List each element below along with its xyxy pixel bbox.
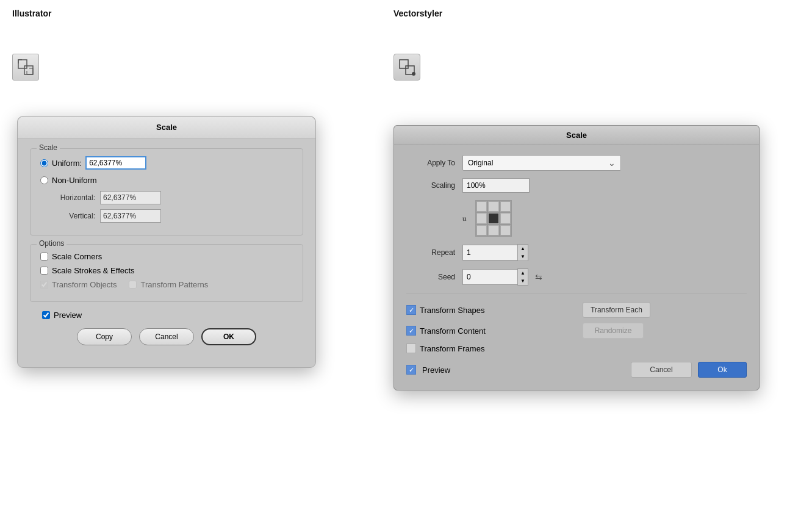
anchor-cell-4[interactable] <box>488 213 498 223</box>
scale-corners-label: Scale Corners <box>52 252 102 261</box>
transform-patterns-checkbox <box>129 281 137 289</box>
seed-label: Seed <box>406 273 455 281</box>
anchor-grid-container: 𝐮 <box>462 200 747 237</box>
cancel-button[interactable]: Cancel <box>139 328 194 345</box>
vs-checkbox-section: ✓ Transform Shapes Transform Each ✓ Tran… <box>406 302 747 353</box>
preview-label: Preview <box>54 311 82 320</box>
scale-strokes-checkbox[interactable] <box>40 267 48 275</box>
transform-frames-row: Transform Frames <box>406 343 570 353</box>
seed-input[interactable] <box>462 269 517 285</box>
seed-spin-up[interactable]: ▲ <box>518 269 528 277</box>
vectorstyler-section: Vectorstyler Scale Apply To Original ⌄ S <box>394 0 787 532</box>
scale-section-label: Scale <box>37 143 60 152</box>
vs-scale-dialog: Scale Apply To Original ⌄ Scaling 𝐮 <box>394 125 760 390</box>
dropdown-chevron-icon: ⌄ <box>608 158 616 168</box>
illustrator-scale-dialog: Scale Scale Uniform: Non-Uniform Horizon… <box>17 116 316 368</box>
anchor-cell-1[interactable] <box>488 201 498 212</box>
non-uniform-radio[interactable] <box>40 176 48 184</box>
non-uniform-radio-row: Non-Uniform <box>40 176 293 185</box>
illustrator-button-row: Copy Cancel OK <box>30 328 303 345</box>
transform-patterns-row: Transform Patterns <box>129 280 208 289</box>
transform-content-checkbox[interactable]: ✓ <box>406 326 416 336</box>
options-section-label: Options <box>37 239 66 248</box>
transform-objects-checkbox <box>40 281 48 289</box>
options-section: Options Scale Corners Scale Strokes & Ef… <box>30 244 303 302</box>
scale-strokes-label: Scale Strokes & Effects <box>52 266 135 275</box>
vs-preview-label: Preview <box>422 365 450 375</box>
horizontal-input[interactable] <box>100 191 161 204</box>
vertical-field-row: Vertical: <box>46 209 293 223</box>
non-uniform-label: Non-Uniform <box>52 176 97 185</box>
svg-rect-2 <box>400 60 408 68</box>
repeat-row: Repeat ▲ ▼ <box>406 244 747 261</box>
scaling-label: Scaling <box>406 181 455 190</box>
uniform-radio-row: Uniform: <box>40 156 293 170</box>
transform-objects-label: Transform Objects <box>52 280 117 289</box>
anchor-cell-2[interactable] <box>500 201 511 212</box>
repeat-spin-up[interactable]: ▲ <box>518 245 528 253</box>
seed-spin-buttons: ▲ ▼ <box>517 268 528 286</box>
transform-content-row: ✓ Transform Content <box>406 323 570 339</box>
repeat-label: Repeat <box>406 248 455 257</box>
apply-to-value: Original <box>468 159 493 167</box>
divider <box>406 293 747 293</box>
uniform-input[interactable] <box>85 156 146 170</box>
seed-row: Seed ▲ ▼ ⇆ <box>406 268 747 286</box>
randomize-row: Randomize <box>583 323 747 339</box>
horizontal-field-row: Horizontal: <box>46 191 293 204</box>
vs-preview-checkbox[interactable]: ✓ <box>406 365 416 375</box>
transform-objects-row: Transform Objects <box>40 280 117 289</box>
preview-row: Preview <box>42 311 291 320</box>
transform-each-row: Transform Each <box>583 302 747 318</box>
transform-patterns-label: Transform Patterns <box>140 280 208 289</box>
seed-spinbox: ▲ ▼ <box>462 268 528 286</box>
vectorstyler-label: Vectorstyler <box>394 9 442 18</box>
illustrator-label: Illustrator <box>12 9 52 18</box>
anchor-cell-7[interactable] <box>488 225 498 235</box>
repeat-spin-down[interactable]: ▼ <box>518 253 528 261</box>
transform-shapes-checkbox[interactable]: ✓ <box>406 305 416 315</box>
apply-to-label: Apply To <box>406 159 455 167</box>
shuffle-button[interactable]: ⇆ <box>532 270 545 284</box>
repeat-spin-buttons: ▲ ▼ <box>517 244 528 261</box>
vertical-input[interactable] <box>100 209 161 223</box>
repeat-input[interactable] <box>462 245 517 261</box>
transform-each-button[interactable]: Transform Each <box>583 302 650 318</box>
transform-tool-icon-right[interactable] <box>394 54 420 81</box>
vs-bottom-row: ✓ Preview Cancel Ok <box>406 362 747 378</box>
anchor-cell-0[interactable] <box>476 201 487 212</box>
scaling-row: Scaling <box>406 178 747 193</box>
ok-button[interactable]: OK <box>201 328 256 345</box>
anchor-cell-6[interactable] <box>476 225 487 235</box>
copy-button[interactable]: Copy <box>77 328 132 345</box>
randomize-button: Randomize <box>583 323 644 339</box>
scale-corners-row: Scale Corners <box>40 252 293 261</box>
transform-checks-row: Transform Objects Transform Patterns <box>40 280 293 294</box>
scale-section: Scale Uniform: Non-Uniform Horizontal: V… <box>30 148 303 235</box>
seed-spin-down[interactable]: ▼ <box>518 277 528 285</box>
transform-shapes-row: ✓ Transform Shapes <box>406 302 570 318</box>
illustrator-dialog-title: Scale <box>18 117 315 138</box>
transform-shapes-label: Transform Shapes <box>420 306 484 315</box>
vs-cancel-button[interactable]: Cancel <box>631 362 692 378</box>
scaling-input[interactable] <box>462 178 530 193</box>
svg-rect-1 <box>24 66 33 74</box>
vs-dialog-title: Scale <box>394 126 759 145</box>
vertical-label: Vertical: <box>46 212 95 220</box>
link-icon: 𝐮 <box>462 214 467 223</box>
illustrator-section: Illustrator Scale Scale Uniform: <box>0 0 354 532</box>
apply-to-dropdown[interactable]: Original ⌄ <box>462 155 621 171</box>
transform-frames-checkbox[interactable] <box>406 343 416 353</box>
transform-content-label: Transform Content <box>420 326 486 336</box>
anchor-cell-5[interactable] <box>500 213 511 223</box>
scale-corners-checkbox[interactable] <box>40 253 48 261</box>
anchor-cell-8[interactable] <box>500 225 511 235</box>
svg-rect-0 <box>18 60 27 68</box>
vs-ok-button[interactable]: Ok <box>698 362 747 378</box>
preview-checkbox[interactable] <box>42 311 50 319</box>
repeat-spinbox: ▲ ▼ <box>462 244 528 261</box>
uniform-radio[interactable] <box>40 159 48 167</box>
transform-tool-icon-left[interactable] <box>12 54 39 81</box>
anchor-cell-3[interactable] <box>476 213 487 223</box>
svg-point-4 <box>412 72 415 76</box>
